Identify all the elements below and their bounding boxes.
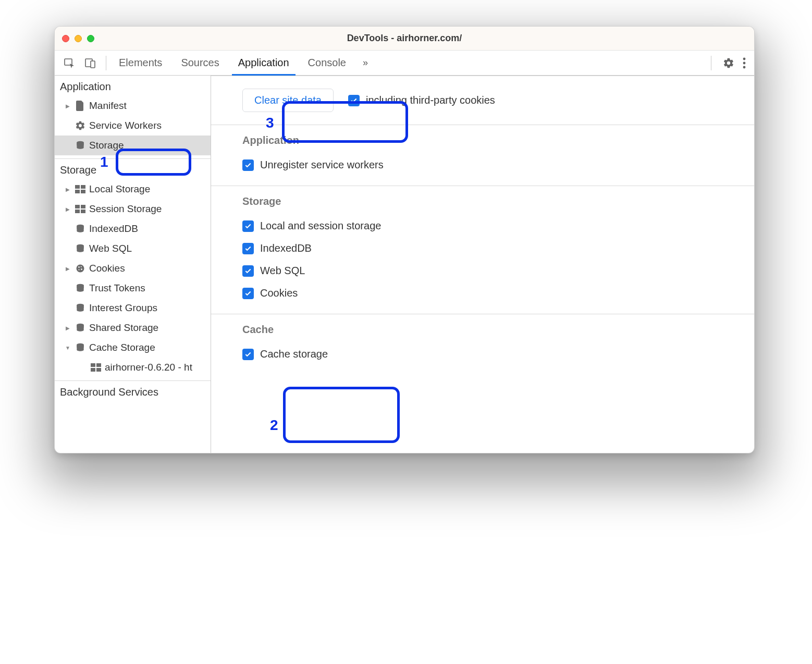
device-toolbar-icon[interactable] [84,57,96,69]
svg-rect-27 [96,363,101,367]
sidebar-item-service-workers[interactable]: Service Workers [55,116,211,136]
settings-gear-icon[interactable] [723,57,734,69]
sidebar-item-label: Service Workers [89,120,162,131]
tab-label: Console [308,57,346,69]
tab-application[interactable]: Application [229,51,299,75]
svg-point-21 [81,268,82,270]
sidebar-item-label: Shared Storage [89,322,158,334]
checkbox[interactable] [242,265,254,277]
tab-sources[interactable]: Sources [171,51,228,75]
sidebar-item-label: Cookies [89,263,125,274]
disclosure-arrow-icon[interactable] [64,205,71,213]
settings-group-title: Cache [242,324,741,336]
checkbox-row: Cache storage [242,343,741,365]
checkbox[interactable] [242,349,254,360]
traffic-lights [62,35,94,42]
svg-rect-28 [91,368,95,372]
sidebar-item-interest-groups[interactable]: Interest Groups [55,298,211,318]
svg-point-19 [81,266,82,267]
tab-console[interactable]: Console [299,51,355,75]
grid-icon [75,183,86,195]
grid-icon [90,362,102,373]
divider [711,56,711,70]
sidebar-item-label: Storage [89,140,124,151]
svg-point-5 [743,66,746,68]
tab-label: Sources [181,57,219,69]
checkbox-label: Web SQL [260,265,305,277]
checkbox[interactable] [242,220,254,232]
sidebar-section-heading[interactable]: Application [55,76,211,96]
disclosure-arrow-icon[interactable] [64,344,71,351]
svg-rect-29 [96,368,101,372]
svg-rect-12 [81,205,85,208]
sidebar-item-trust-tokens[interactable]: Trust Tokens [55,278,211,298]
checkbox-label: Local and session storage [260,220,381,232]
sidebar-item-web-sql[interactable]: Web SQL [55,239,211,259]
settings-group: CacheCache storage [211,314,754,375]
svg-rect-9 [75,190,80,193]
svg-point-4 [743,62,746,64]
sidebar-item-shared-storage[interactable]: Shared Storage [55,318,211,338]
sidebar-section-heading[interactable]: Storage [55,159,211,179]
svg-rect-8 [81,185,85,189]
sidebar-section-heading[interactable]: Background Services [55,381,211,401]
button-label: Clear site data [254,94,322,106]
tab-label: Application [238,57,289,69]
sidebar-item-local-storage[interactable]: Local Storage [55,179,211,199]
sidebar-item-airhorner-0-6-20-ht[interactable]: airhorner-0.6.20 - ht [55,358,211,377]
checkbox-row: Local and session storage [242,215,741,237]
sidebar-item-manifest[interactable]: Manifest [55,96,211,116]
sidebar-item-label: Session Storage [89,203,162,215]
svg-rect-10 [81,190,85,193]
inspect-element-icon[interactable] [63,57,76,69]
checkbox[interactable] [242,243,254,254]
sidebar-item-label: IndexedDB [89,223,138,235]
sidebar-item-label: Cache Storage [89,342,155,353]
clear-site-data-button[interactable]: Clear site data [242,89,334,112]
grid-icon [75,203,86,215]
checkbox[interactable] [242,159,254,171]
settings-group: ApplicationUnregister service workers [211,125,754,186]
sidebar-item-storage[interactable]: Storage [55,136,211,155]
tab-elements[interactable]: Elements [109,51,171,75]
devtools-window: DevTools - airhorner.com/ [54,26,755,453]
window-close-button[interactable] [62,35,69,42]
cookie-icon [75,263,86,274]
checkbox[interactable] [242,288,254,299]
svg-rect-2 [91,61,95,68]
settings-group-title: Application [242,134,741,146]
tabs-overflow-button[interactable]: » [355,57,375,68]
third-party-cookies-checkbox[interactable] [348,95,360,106]
gear-icon [75,120,86,131]
sidebar-section-label: Storage [60,164,96,176]
window-title: DevTools - airhorner.com/ [55,33,754,44]
database-icon [75,322,86,334]
settings-group-title: Storage [242,195,741,207]
sidebar-section-label: Background Services [60,386,158,398]
third-party-cookies-label: including third-party cookies [366,94,495,106]
sidebar-item-cache-storage[interactable]: Cache Storage [55,338,211,358]
file-icon [75,100,86,112]
database-icon [75,243,86,254]
checkbox-label: Cookies [260,287,298,299]
disclosure-arrow-icon[interactable] [64,102,71,109]
devtools-tabstrip: Elements Sources Application Console » [55,51,754,76]
database-icon [75,342,86,353]
sidebar-item-label: Interest Groups [89,302,157,314]
kebab-menu-icon[interactable] [743,57,746,69]
disclosure-arrow-icon[interactable] [64,265,71,272]
sidebar-item-label: Web SQL [89,243,132,254]
sidebar-item-cookies[interactable]: Cookies [55,259,211,278]
window-minimize-button[interactable] [75,35,82,42]
disclosure-arrow-icon[interactable] [64,324,71,331]
checkbox-row: IndexedDB [242,237,741,260]
svg-point-17 [77,265,84,273]
storage-main-pane: Clear site data including third-party co… [211,76,754,453]
sidebar-section-label: Application [60,81,111,92]
sidebar-item-label: airhorner-0.6.20 - ht [105,362,192,373]
disclosure-arrow-icon[interactable] [64,186,71,193]
sidebar-item-session-storage[interactable]: Session Storage [55,199,211,219]
checkbox-row: Unregister service workers [242,154,741,176]
sidebar-item-indexeddb[interactable]: IndexedDB [55,219,211,239]
window-zoom-button[interactable] [87,35,94,42]
